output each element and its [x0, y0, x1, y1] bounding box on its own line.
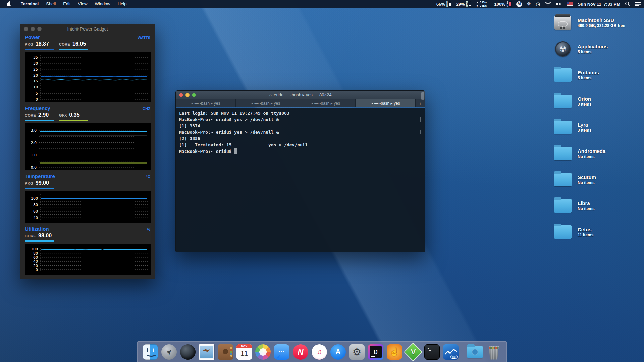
dropbox-icon[interactable]: ❖	[527, 1, 531, 7]
desktop-wallpaper: Terminal ShellEditViewWindowHelp 66% DSK…	[0, 0, 644, 362]
svg-text:20: 20	[33, 73, 38, 78]
section-unit: %	[147, 227, 150, 231]
dock-finder-icon[interactable]	[142, 344, 159, 360]
folder-icon	[553, 147, 572, 160]
dock-downloads-icon[interactable]: ↓	[467, 344, 483, 360]
icon-title: Lyra	[578, 122, 591, 128]
terminal-tab-3[interactable]: ~ — -bash ▸ yes	[296, 99, 356, 107]
frequency-chart: 3.02.01.00.0	[25, 123, 151, 170]
dock-launchpad-icon[interactable]: ➤	[161, 344, 177, 360]
memory-usage-indicator[interactable]: 29% MEM	[456, 1, 471, 7]
terminal-titlebar[interactable]: ⌂ eridu — -bash ▸ yes — 80×24	[176, 90, 425, 99]
music-app-icon: ♫	[312, 344, 327, 360]
prompt-mark	[420, 130, 421, 134]
menu-help[interactable]: Help	[114, 0, 130, 8]
desktop-icon-orion[interactable]: Orion3 items	[553, 92, 625, 111]
svg-text:80: 80	[33, 251, 38, 256]
photos-app-icon	[255, 344, 271, 360]
section-frequency: FrequencyGHZCORE2.90GFX0.353.02.01.00.0	[25, 105, 150, 170]
dock-mail-icon[interactable]	[198, 344, 215, 360]
dock-intellij-icon[interactable]: IJ	[367, 344, 384, 360]
volume-icon[interactable]	[556, 2, 562, 6]
dock-nightly-icon[interactable]	[179, 344, 196, 360]
new-tab-button[interactable]: +	[416, 99, 425, 107]
dock-app-store-icon[interactable]: A	[330, 344, 346, 360]
desktop-icon-cetus[interactable]: Cetus11 items	[553, 223, 625, 241]
svg-text:100: 100	[31, 247, 38, 251]
dock-system-preferences-icon[interactable]: ⚙	[348, 344, 365, 360]
time-machine-icon[interactable]: ◷	[536, 1, 540, 7]
apple-menu-icon[interactable]	[7, 2, 11, 6]
network-up: ▲ 0 B/s	[476, 1, 487, 4]
power-gadget-titlebar[interactable]: Intel® Power Gadget	[20, 24, 155, 34]
dock-trash-icon[interactable]	[485, 344, 502, 360]
dock-macvim-icon[interactable]: V	[405, 344, 422, 360]
desktop-icon-scutum[interactable]: ScutumNo items	[553, 170, 625, 189]
minimize-button[interactable]	[185, 93, 190, 97]
menu-bar: Terminal ShellEditViewWindowHelp 66% DSK…	[0, 0, 644, 8]
dock-hand-app-icon[interactable]: ☝	[386, 344, 403, 360]
minimize-button[interactable]	[31, 27, 35, 31]
desktop-icon-lyra[interactable]: Lyra3 items	[553, 118, 625, 137]
menu-app-name[interactable]: Terminal	[17, 0, 42, 8]
contacts-app-icon	[218, 344, 233, 360]
calendar-app-icon: NOV11	[236, 344, 252, 360]
svg-text:3.0: 3.0	[31, 128, 37, 133]
menu-view[interactable]: View	[74, 0, 91, 8]
terminal-tab-2[interactable]: ~ — -bash ▸ yes	[236, 99, 296, 107]
network-throughput-indicator[interactable]: ▲ 0 B/s ▼ 0 B/s	[476, 1, 487, 7]
zoom-button[interactable]	[192, 93, 196, 97]
terminal-cursor	[234, 148, 237, 154]
svg-text:5: 5	[36, 91, 38, 96]
zoom-button[interactable]	[37, 27, 42, 31]
close-button[interactable]	[179, 93, 183, 97]
input-language-flag-icon[interactable]	[567, 2, 573, 6]
dock-power-gadget-icon[interactable]: intel	[442, 344, 459, 360]
desktop-icon-label: LibraNo items	[578, 200, 595, 212]
metric-core: CORE2.90	[25, 112, 54, 121]
wifi-icon[interactable]	[545, 2, 551, 6]
dock-calendar-icon[interactable]: NOV11	[236, 344, 253, 360]
svg-text:0: 0	[36, 97, 38, 102]
icon-detail: No items	[578, 206, 595, 212]
svg-text:10: 10	[33, 85, 38, 89]
metric-label: CORE	[25, 113, 36, 117]
dock-photos-icon[interactable]	[255, 344, 271, 360]
spotlight-search-icon[interactable]	[625, 1, 630, 7]
terminal-tab-4[interactable]: ~ — -bash ▸ yes	[356, 99, 416, 107]
desktop-icon-macintosh-ssd[interactable]: Macintosh SSD499.9 GB, 331.28 GB free	[553, 13, 625, 32]
dock-contacts-icon[interactable]	[217, 344, 234, 360]
desktop-icon-andromeda[interactable]: AndromedaNo items	[553, 144, 625, 163]
disk-usage-indicator[interactable]: 66% DSK	[436, 1, 451, 7]
window-title: ⌂ eridu — -bash ▸ yes — 80×24	[269, 92, 331, 97]
menu-shell[interactable]: Shell	[42, 0, 59, 8]
section-unit: GHZ	[143, 107, 150, 111]
cpu-usage-indicator[interactable]: 100% CPU	[494, 1, 512, 7]
dock-terminal-icon[interactable]: >_	[424, 344, 440, 360]
desktop-icon-eridanus[interactable]: Eridanus5 items	[553, 66, 625, 84]
terminal-line: [1] 3374	[179, 123, 422, 129]
menu-window[interactable]: Window	[91, 0, 114, 8]
scrollbar-thumb[interactable]	[421, 92, 424, 100]
monitor-menu-icon[interactable]: M	[516, 1, 522, 7]
icon-detail: No items	[578, 154, 605, 159]
menu-bar-clock[interactable]: Sun Nov 11 7:33 PM	[578, 2, 620, 7]
terminal-content[interactable]: Last login: Sun Nov 11 19:27:49 on ttys0…	[176, 108, 425, 252]
close-button[interactable]	[24, 27, 28, 31]
icon-detail: 5 items	[578, 76, 599, 81]
folder-icon	[553, 121, 572, 134]
window-controls	[179, 93, 196, 97]
dock-messages-icon[interactable]: •••	[273, 344, 290, 360]
desktop-icon-libra[interactable]: LibraNo items	[553, 196, 625, 215]
menu-edit[interactable]: Edit	[59, 0, 74, 8]
dock-music-icon[interactable]: ♫	[311, 344, 328, 360]
notification-center-icon[interactable]	[635, 2, 641, 6]
finder-app-icon	[143, 344, 158, 360]
desktop-icon-applications[interactable]: ☢Applications5 items	[553, 40, 625, 58]
metric-value: 16.05	[72, 41, 86, 47]
metric-pkg: PKG99.00	[25, 180, 54, 189]
dock-news-icon[interactable]: N	[292, 344, 309, 360]
terminal-tab-1[interactable]: ~ — -bash ▸ yes	[176, 99, 236, 107]
metric-value: 18.87	[36, 41, 49, 47]
section-title: Temperature	[25, 173, 55, 179]
